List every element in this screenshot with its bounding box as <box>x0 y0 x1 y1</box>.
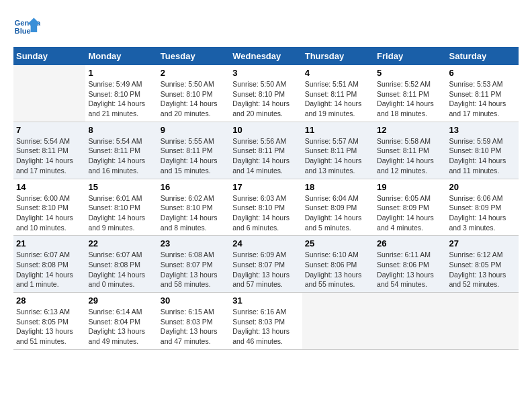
day-number: 22 <box>88 238 154 248</box>
day-cell: 2Sunrise: 5:50 AM Sunset: 8:10 PM Daylig… <box>158 65 230 122</box>
day-cell: 22Sunrise: 6:07 AM Sunset: 8:08 PM Dayli… <box>85 236 157 293</box>
day-cell: 9Sunrise: 5:55 AM Sunset: 8:11 PM Daylig… <box>158 122 230 179</box>
day-number: 19 <box>377 182 443 192</box>
day-number: 23 <box>161 238 227 248</box>
day-number: 17 <box>232 182 299 192</box>
day-cell: 1Sunrise: 5:49 AM Sunset: 8:10 PM Daylig… <box>85 65 157 122</box>
day-number: 2 <box>161 68 227 78</box>
day-info: Sunrise: 6:06 AM Sunset: 8:09 PM Dayligh… <box>449 193 516 233</box>
day-cell: 18Sunrise: 6:04 AM Sunset: 8:09 PM Dayli… <box>302 179 374 236</box>
day-cell: 23Sunrise: 6:08 AM Sunset: 8:07 PM Dayli… <box>158 236 230 293</box>
logo-icon: General Blue <box>13 13 40 40</box>
header: General Blue <box>13 13 519 40</box>
day-number: 14 <box>16 182 83 192</box>
day-info: Sunrise: 5:55 AM Sunset: 8:11 PM Dayligh… <box>161 136 227 176</box>
day-number: 27 <box>449 238 516 248</box>
day-cell: 4Sunrise: 5:51 AM Sunset: 8:11 PM Daylig… <box>302 65 374 122</box>
day-number: 1 <box>88 68 154 78</box>
day-number: 24 <box>232 238 299 248</box>
day-info: Sunrise: 6:16 AM Sunset: 8:03 PM Dayligh… <box>232 307 299 347</box>
col-monday: Monday <box>85 47 157 65</box>
day-info: Sunrise: 6:15 AM Sunset: 8:03 PM Dayligh… <box>161 307 227 347</box>
day-info: Sunrise: 5:56 AM Sunset: 8:11 PM Dayligh… <box>232 136 299 176</box>
day-cell <box>374 293 446 350</box>
day-info: Sunrise: 5:50 AM Sunset: 8:10 PM Dayligh… <box>161 79 227 119</box>
day-cell: 12Sunrise: 5:58 AM Sunset: 8:11 PM Dayli… <box>374 122 446 179</box>
day-cell: 31Sunrise: 6:16 AM Sunset: 8:03 PM Dayli… <box>230 293 302 350</box>
day-cell: 16Sunrise: 6:02 AM Sunset: 8:10 PM Dayli… <box>158 179 230 236</box>
day-info: Sunrise: 6:07 AM Sunset: 8:08 PM Dayligh… <box>88 250 154 289</box>
day-number: 5 <box>377 68 443 78</box>
week-row-4: 21Sunrise: 6:07 AM Sunset: 8:08 PM Dayli… <box>13 236 519 293</box>
day-info: Sunrise: 6:05 AM Sunset: 8:09 PM Dayligh… <box>377 193 443 233</box>
week-row-5: 28Sunrise: 6:13 AM Sunset: 8:05 PM Dayli… <box>13 293 519 350</box>
col-thursday: Thursday <box>302 47 374 65</box>
day-cell: 19Sunrise: 6:05 AM Sunset: 8:09 PM Dayli… <box>374 179 446 236</box>
day-info: Sunrise: 5:54 AM Sunset: 8:11 PM Dayligh… <box>16 136 83 176</box>
day-info: Sunrise: 6:12 AM Sunset: 8:05 PM Dayligh… <box>449 250 516 289</box>
day-cell: 30Sunrise: 6:15 AM Sunset: 8:03 PM Dayli… <box>158 293 230 350</box>
day-cell: 28Sunrise: 6:13 AM Sunset: 8:05 PM Dayli… <box>13 293 85 350</box>
day-number: 25 <box>305 238 371 248</box>
day-info: Sunrise: 6:03 AM Sunset: 8:10 PM Dayligh… <box>232 193 299 233</box>
day-info: Sunrise: 5:57 AM Sunset: 8:11 PM Dayligh… <box>305 136 371 176</box>
day-info: Sunrise: 5:50 AM Sunset: 8:10 PM Dayligh… <box>232 79 299 119</box>
day-cell: 11Sunrise: 5:57 AM Sunset: 8:11 PM Dayli… <box>302 122 374 179</box>
week-row-3: 14Sunrise: 6:00 AM Sunset: 8:10 PM Dayli… <box>13 179 519 236</box>
day-cell: 29Sunrise: 6:14 AM Sunset: 8:04 PM Dayli… <box>85 293 157 350</box>
day-info: Sunrise: 5:52 AM Sunset: 8:11 PM Dayligh… <box>377 79 443 119</box>
day-number: 10 <box>232 125 299 135</box>
col-friday: Friday <box>374 47 446 65</box>
day-info: Sunrise: 5:51 AM Sunset: 8:11 PM Dayligh… <box>305 79 371 119</box>
day-number: 29 <box>88 295 154 306</box>
day-cell: 27Sunrise: 6:12 AM Sunset: 8:05 PM Dayli… <box>447 236 519 293</box>
day-info: Sunrise: 5:58 AM Sunset: 8:11 PM Dayligh… <box>377 136 443 176</box>
day-number: 7 <box>16 125 83 135</box>
week-row-1: 1Sunrise: 5:49 AM Sunset: 8:10 PM Daylig… <box>13 65 519 122</box>
day-cell: 15Sunrise: 6:01 AM Sunset: 8:10 PM Dayli… <box>85 179 157 236</box>
logo: General Blue <box>13 13 40 40</box>
day-cell: 6Sunrise: 5:53 AM Sunset: 8:11 PM Daylig… <box>447 65 519 122</box>
col-tuesday: Tuesday <box>158 47 230 65</box>
day-number: 30 <box>161 295 227 306</box>
col-sunday: Sunday <box>13 47 85 65</box>
day-number: 28 <box>16 295 83 306</box>
day-cell: 8Sunrise: 5:54 AM Sunset: 8:11 PM Daylig… <box>85 122 157 179</box>
col-wednesday: Wednesday <box>230 47 302 65</box>
day-info: Sunrise: 6:09 AM Sunset: 8:07 PM Dayligh… <box>232 250 299 289</box>
day-info: Sunrise: 6:02 AM Sunset: 8:10 PM Dayligh… <box>161 193 227 233</box>
day-number: 12 <box>377 125 443 135</box>
day-info: Sunrise: 5:54 AM Sunset: 8:11 PM Dayligh… <box>88 136 154 176</box>
day-info: Sunrise: 6:14 AM Sunset: 8:04 PM Dayligh… <box>88 307 154 347</box>
day-info: Sunrise: 6:08 AM Sunset: 8:07 PM Dayligh… <box>161 250 227 289</box>
day-info: Sunrise: 6:00 AM Sunset: 8:10 PM Dayligh… <box>16 193 83 233</box>
day-cell: 3Sunrise: 5:50 AM Sunset: 8:10 PM Daylig… <box>230 65 302 122</box>
day-number: 3 <box>232 68 299 78</box>
day-info: Sunrise: 5:49 AM Sunset: 8:10 PM Dayligh… <box>88 79 154 119</box>
day-number: 31 <box>232 295 299 306</box>
day-cell <box>447 293 519 350</box>
day-info: Sunrise: 6:07 AM Sunset: 8:08 PM Dayligh… <box>16 250 83 289</box>
day-number: 16 <box>161 182 227 192</box>
day-info: Sunrise: 6:01 AM Sunset: 8:10 PM Dayligh… <box>88 193 154 233</box>
day-info: Sunrise: 5:59 AM Sunset: 8:10 PM Dayligh… <box>449 136 516 176</box>
day-number: 6 <box>449 68 516 78</box>
header-row: SundayMondayTuesdayWednesdayThursdayFrid… <box>13 47 519 65</box>
day-number: 8 <box>88 125 154 135</box>
day-number: 21 <box>16 238 83 248</box>
day-number: 11 <box>305 125 371 135</box>
day-info: Sunrise: 6:13 AM Sunset: 8:05 PM Dayligh… <box>16 307 83 347</box>
day-number: 4 <box>305 68 371 78</box>
day-cell: 5Sunrise: 5:52 AM Sunset: 8:11 PM Daylig… <box>374 65 446 122</box>
day-number: 20 <box>449 182 516 192</box>
day-info: Sunrise: 5:53 AM Sunset: 8:11 PM Dayligh… <box>449 79 516 119</box>
day-number: 18 <box>305 182 371 192</box>
day-cell: 7Sunrise: 5:54 AM Sunset: 8:11 PM Daylig… <box>13 122 85 179</box>
day-cell <box>13 65 85 122</box>
day-info: Sunrise: 6:04 AM Sunset: 8:09 PM Dayligh… <box>305 193 371 233</box>
day-info: Sunrise: 6:10 AM Sunset: 8:06 PM Dayligh… <box>305 250 371 289</box>
calendar-table: SundayMondayTuesdayWednesdayThursdayFrid… <box>13 47 519 350</box>
day-info: Sunrise: 6:11 AM Sunset: 8:06 PM Dayligh… <box>377 250 443 289</box>
day-cell: 14Sunrise: 6:00 AM Sunset: 8:10 PM Dayli… <box>13 179 85 236</box>
day-number: 15 <box>88 182 154 192</box>
